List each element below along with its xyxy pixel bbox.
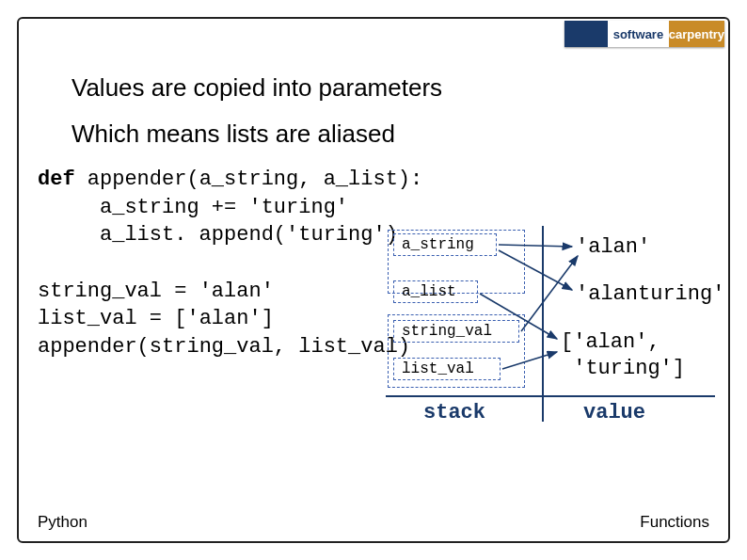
footer-left: Python [38, 513, 87, 532]
stack-vline [542, 226, 544, 422]
slide-content: Values are copied into parameters Which … [38, 73, 724, 361]
stack-hline [386, 395, 715, 397]
bullet-1: Values are copied into parameters [72, 73, 724, 103]
header-stack: stack [423, 401, 485, 424]
logo-text-software: software [608, 21, 669, 47]
box-list-val: list_val [393, 358, 501, 380]
box-a-list: a_list [393, 280, 478, 303]
value-alanturing: 'alanturing' [576, 282, 724, 306]
code-line-3: a_list. append('turing') [38, 221, 398, 249]
code-line-5: string_val = 'alan' [38, 280, 274, 303]
code-signature: appender(a_string, a_list): [75, 168, 423, 191]
keyword-def: def [38, 168, 75, 191]
value-alan: 'alan' [576, 235, 650, 259]
value-list: ['alan', 'turing'] [561, 329, 685, 381]
box-a-string: a_string [393, 233, 497, 256]
logo: software carpentry [564, 21, 724, 47]
code-line-7: appender(string_val, list_val) [38, 335, 410, 359]
logo-text-carpentry: carpentry [669, 21, 724, 47]
bullet-2: Which means lists are aliased [72, 120, 724, 149]
header-value: value [583, 401, 645, 424]
code-line-6: list_val = ['alan'] [38, 307, 274, 330]
footer-right: Functions [640, 513, 709, 532]
logo-badge [564, 21, 608, 47]
box-string-val: string_val [393, 320, 519, 343]
code-line-2: a_string += 'turing' [38, 194, 348, 222]
